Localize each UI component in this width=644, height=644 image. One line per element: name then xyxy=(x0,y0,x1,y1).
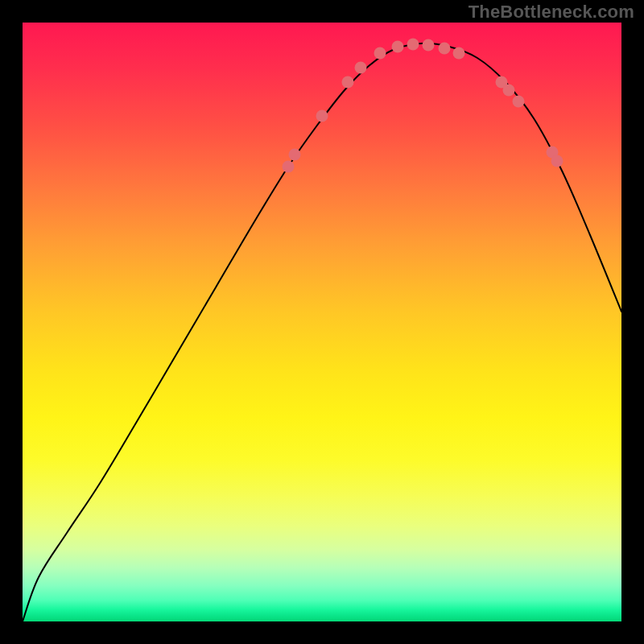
bottleneck-curve xyxy=(23,43,621,621)
data-marker xyxy=(316,110,328,122)
watermark-text: TheBottleneck.com xyxy=(469,2,634,23)
data-marker xyxy=(392,41,404,53)
data-marker xyxy=(439,43,451,55)
data-marker xyxy=(283,161,295,173)
data-marker xyxy=(289,149,301,161)
data-marker xyxy=(453,47,465,60)
data-marker xyxy=(551,155,564,167)
data-marker xyxy=(374,47,386,60)
data-marker xyxy=(342,76,354,89)
data-marker xyxy=(407,39,419,51)
plot-area xyxy=(23,23,621,621)
data-marker xyxy=(513,96,525,108)
curve-svg xyxy=(23,23,621,621)
data-marker xyxy=(503,85,515,97)
data-marker xyxy=(355,62,367,74)
chart-frame: TheBottleneck.com xyxy=(0,0,644,644)
marker-group xyxy=(283,39,564,173)
data-marker xyxy=(423,39,435,52)
